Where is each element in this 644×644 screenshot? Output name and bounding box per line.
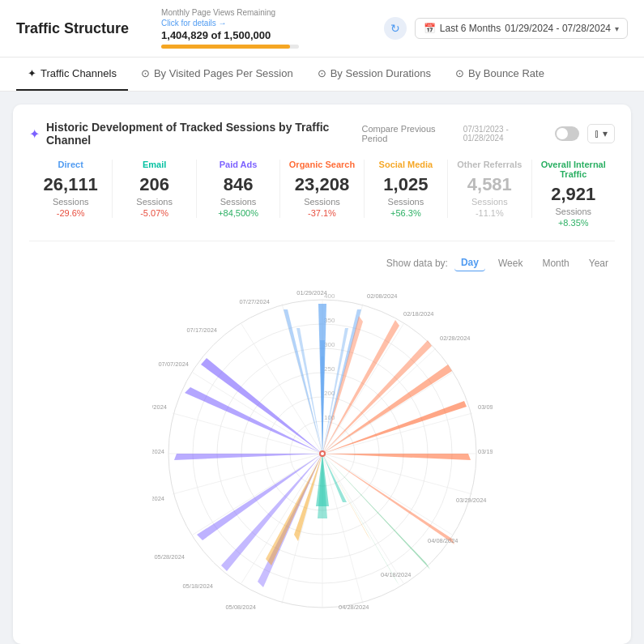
metric-direct-change: -29.6% [36,208,105,218]
compare-period-label: Compare Previous Period [362,124,458,143]
svg-marker-41 [322,454,471,460]
metric-social-sub: Sessions [371,197,441,207]
svg-text:04/18/2024: 04/18/2024 [381,571,412,578]
metric-paid-change: +84,500% [203,208,273,218]
metric-paid-value: 846 [203,174,273,195]
svg-line-32 [282,304,322,454]
refresh-button[interactable]: ↻ [384,17,407,40]
metric-internal-label: Overall Internal Traffic [539,160,608,179]
chevron-down-icon: ▾ [603,128,608,139]
click-for-details-link[interactable]: Click for details → [161,19,299,28]
svg-line-27 [322,454,472,494]
svg-text:06/27/2024: 06/27/2024 [152,403,167,411]
svg-line-30 [173,454,322,494]
svg-line-26 [322,413,472,454]
metric-other-referrals: Other Referrals 4,581 Sessions -11.1% [448,160,531,218]
top-bar: Traffic Structure Monthly Page Views Rem… [0,0,644,58]
svg-text:06/07/2024: 06/07/2024 [152,495,164,502]
metric-other-change: -11.1% [454,208,524,218]
svg-text:07/07/2024: 07/07/2024 [158,360,189,368]
tab-traffic-channels[interactable]: ✦ Traffic Channels [16,58,128,91]
radar-chart-area: 250 200 300 350 400 100 [29,279,615,628]
svg-text:02/28/2024: 02/28/2024 [440,335,471,342]
internal-spikes [322,454,430,586]
page-views-count: 1,404,829 of 1,500,000 [161,29,299,41]
data-btn-day[interactable]: Day [454,254,485,271]
svg-text:250: 250 [324,365,335,373]
svg-text:03/29/2024: 03/29/2024 [456,497,487,504]
svg-marker-49 [174,454,322,460]
card-header-right: Compare Previous Period 07/31/2023 - 01/… [362,124,616,143]
metric-paid-ads: Paid Ads 846 Sessions +84,500% [197,160,280,218]
date-range-button[interactable]: 📅 Last 6 Months 01/29/2024 - 07/28/2024 … [415,18,628,39]
compare-period: Compare Previous Period 07/31/2023 - 01/… [362,124,547,143]
card-header: ✦ Historic Development of Tracked Sessio… [29,121,615,147]
organic-spikes [322,316,471,544]
calendar-icon: 📅 [424,23,436,34]
metric-organic: Organic Search 23,208 Sessions -37.1% [280,160,364,218]
svg-text:02/18/2024: 02/18/2024 [403,310,434,318]
tab-session-durations[interactable]: ⊙ By Session Durations [306,58,442,91]
card-title-wrap: ✦ Historic Development of Tracked Sessio… [29,121,362,147]
chart-options-icon: ⫿ [595,128,599,139]
svg-line-17 [322,454,403,583]
svg-text:07/27/2024: 07/27/2024 [239,298,270,305]
paid-spikes [174,358,322,587]
metric-internal: Overall Internal Traffic 2,921 Sessions … [532,160,615,228]
metric-organic-sub: Sessions [287,197,356,207]
tab-visited-pages[interactable]: ⊙ By Visited Pages Per Session [130,58,305,91]
svg-text:07/17/2024: 07/17/2024 [186,326,217,334]
metric-social-value: 1,025 [371,174,441,195]
svg-text:03/09/2024: 03/09/2024 [478,403,493,411]
metric-direct-sub: Sessions [36,197,105,207]
chart-controls: Show data by: Day Week Month Year [29,254,615,271]
svg-text:05/28/2024: 05/28/2024 [154,553,185,561]
compare-toggle[interactable] [555,126,579,141]
card-title: Historic Development of Tracked Sessions… [46,121,362,147]
metric-email: Email 206 Sessions -5.07% [113,160,196,218]
metric-internal-value: 2,921 [539,184,608,205]
visited-pages-icon: ⊙ [141,67,150,79]
metric-email-value: 206 [119,174,189,195]
svg-marker-40 [322,401,467,454]
svg-point-62 [321,452,324,455]
chart-options-button[interactable]: ⫿ ▾ [587,124,615,143]
tab-bounce-rate[interactable]: ⊙ By Bounce Rate [444,58,556,91]
svg-text:04/08/2024: 04/08/2024 [428,537,458,544]
card-title-icon: ✦ [29,126,40,142]
metric-social: Social Media 1,025 Sessions +56.3% [365,160,448,218]
metric-email-change: -5.07% [119,208,189,218]
top-bar-right: ↻ 📅 Last 6 Months 01/29/2024 - 07/28/202… [384,17,628,40]
data-btn-week[interactable]: Week [492,255,529,271]
session-durations-icon: ⊙ [318,67,326,79]
direct-spikes [284,304,361,454]
data-btn-year[interactable]: Year [582,255,615,271]
metrics-row: Direct 26,111 Sessions -29.6% Email 206 … [29,160,615,241]
data-btn-month[interactable]: Month [535,255,575,271]
bounce-rate-icon: ⊙ [455,67,464,79]
svg-line-19 [241,454,322,583]
metric-organic-label: Organic Search [287,160,356,169]
page-views-info: Monthly Page Views Remaining Click for d… [161,8,299,49]
svg-text:05/18/2024: 05/18/2024 [182,582,213,590]
metric-other-value: 4,581 [454,174,524,195]
metric-paid-label: Paid Ads [203,160,273,169]
metric-internal-sub: Sessions [539,207,608,216]
progress-bar-fill [161,45,290,49]
metric-email-label: Email [119,160,189,169]
date-range-value: 01/29/2024 - 07/28/2024 [505,23,611,34]
svg-text:01/29/2024: 01/29/2024 [296,289,327,296]
metric-other-label: Other Referrals [454,160,524,169]
traffic-channels-icon: ✦ [28,67,36,79]
compare-dates: 07/31/2023 - 01/28/2024 [463,125,547,143]
metric-social-label: Social Media [371,160,441,169]
metric-direct-value: 26,111 [36,174,105,195]
tab-traffic-channels-label: Traffic Channels [41,67,117,79]
date-range-label: Last 6 Months [440,23,501,34]
tab-session-durations-label: By Session Durations [331,67,431,79]
svg-text:300: 300 [324,341,335,348]
metric-social-change: +56.3% [371,208,441,218]
metric-paid-sub: Sessions [203,197,273,207]
chevron-down-icon: ▾ [615,24,619,33]
svg-marker-39 [296,328,322,454]
